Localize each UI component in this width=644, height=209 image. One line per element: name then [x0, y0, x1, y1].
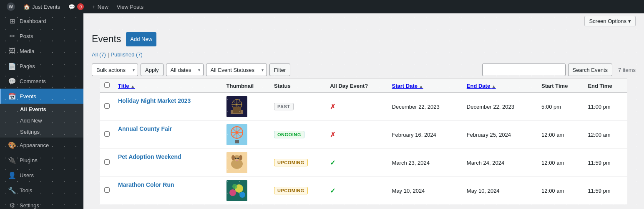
all-day-x: ✗: [330, 103, 335, 110]
search-events-button[interactable]: Search Events: [568, 64, 613, 76]
view-posts-button[interactable]: View Posts: [113, 0, 147, 13]
sidebar-item-label: Users: [20, 172, 34, 178]
apply-button[interactable]: Apply: [141, 64, 164, 76]
sidebar-item-label: Plugins: [20, 157, 38, 163]
sidebar-item-events[interactable]: 📅 Events: [0, 89, 83, 104]
sidebar-subitem-settings[interactable]: Settings: [0, 126, 83, 138]
table-row: Annual County Fair ONGOING ✗ February 16…: [100, 121, 627, 149]
row-checkbox[interactable]: [104, 187, 110, 193]
settings-icon: ⚙: [8, 201, 16, 209]
comments-button[interactable]: 💬 0: [65, 0, 87, 13]
svg-point-20: [239, 155, 242, 160]
event-title-link[interactable]: Marathon Color Run: [118, 181, 174, 188]
home-icon: 🏠: [23, 4, 30, 10]
all-day-cell: ✗: [326, 93, 387, 121]
sidebar-subitem-all-events[interactable]: All Events: [0, 104, 83, 115]
end-date-cell: March 24, 2024: [463, 149, 537, 177]
status-cell: ONGOING: [270, 121, 326, 149]
site-name-label: Just Events: [32, 4, 60, 10]
thumbnail-cell: [222, 93, 270, 121]
events-icon: 📅: [8, 92, 16, 100]
start-date-sort-link[interactable]: Start Date ▲: [392, 83, 423, 89]
table-wrap: Title ▲ Thumbnail Status All Day Event? …: [83, 79, 644, 205]
wp-logo-button[interactable]: W: [3, 0, 18, 13]
svg-point-26: [229, 189, 236, 196]
end-time-cell: 11:59 pm: [584, 177, 627, 205]
wp-logo-icon: W: [7, 3, 15, 11]
screen-options-bar: Screen Options ▾: [83, 13, 644, 29]
screen-options-button[interactable]: Screen Options ▾: [584, 16, 636, 26]
sidebar-item-label: Dashboard: [20, 18, 46, 24]
events-table-body: Holiday Night Market 2023 PAST ✗ Decembe…: [100, 93, 627, 205]
thumbnail-cell: [222, 149, 270, 177]
col-status: Status: [270, 79, 326, 93]
sidebar-item-pages[interactable]: 📄 Pages: [0, 59, 83, 74]
sidebar-item-plugins[interactable]: 🔌 Plugins: [0, 153, 83, 168]
title-sort-icon: ▲: [131, 84, 135, 89]
sidebar-subitem-add-new[interactable]: Add New: [0, 115, 83, 126]
tools-icon: 🔧: [8, 186, 16, 194]
row-checkbox[interactable]: [104, 131, 110, 137]
site-name-button[interactable]: 🏠 Just Events: [20, 0, 63, 13]
event-title-link[interactable]: Pet Adoption Weekend: [118, 153, 181, 160]
sidebar-item-appearance[interactable]: 🎨 Appearance: [0, 138, 83, 153]
svg-point-19: [231, 155, 235, 160]
sidebar-item-media[interactable]: 🖼 Media: [0, 43, 83, 59]
svg-point-29: [232, 184, 237, 189]
end-date-cell: May 10, 2024: [463, 177, 537, 205]
status-cell: UPCOMING: [270, 177, 326, 205]
sidebar: ⊞ Dashboard ✏ Posts 🖼 Media 📄 Pages 💬 Co…: [0, 13, 83, 209]
all-day-check: ✓: [330, 187, 335, 194]
screen-options-label: Screen Options: [589, 18, 626, 24]
sidebar-item-label: Appearance: [20, 142, 49, 148]
sidebar-item-settings[interactable]: ⚙ Settings: [0, 198, 83, 209]
add-new-button[interactable]: Add New: [126, 32, 156, 46]
users-icon: 👤: [8, 171, 16, 179]
svg-rect-15: [235, 140, 239, 143]
row-checkbox[interactable]: [104, 103, 110, 109]
bulk-actions-wrap: Bulk actions ▾: [92, 64, 138, 76]
sidebar-menu: ⊞ Dashboard ✏ Posts 🖼 Media 📄 Pages 💬 Co…: [0, 13, 83, 209]
tablenav-left: Bulk actions ▾ Apply All dates ▾ All Eve…: [92, 64, 290, 76]
bulk-actions-select[interactable]: Bulk actions: [92, 64, 138, 76]
sidebar-item-label: Pages: [20, 63, 35, 69]
sidebar-item-users[interactable]: 👤 Users: [0, 168, 83, 183]
dashboard-icon: ⊞: [8, 17, 16, 25]
svg-point-28: [239, 192, 245, 198]
thumbnail-cell: [222, 177, 270, 205]
sidebar-item-label: Tools: [20, 187, 32, 194]
select-all-checkbox[interactable]: [104, 82, 110, 88]
sidebar-item-comments[interactable]: 💬 Comments: [0, 74, 83, 89]
all-day-cell: ✓: [326, 177, 387, 205]
end-date-sort-link[interactable]: End Date ▲: [467, 83, 496, 89]
all-day-x: ✗: [330, 131, 335, 138]
row-checkbox[interactable]: [104, 159, 110, 165]
media-icon: 🖼: [8, 47, 16, 55]
search-input[interactable]: [482, 64, 566, 76]
event-title-link[interactable]: Holiday Night Market 2023: [118, 97, 191, 104]
all-statuses-select[interactable]: All Event Statuses: [206, 64, 267, 76]
event-title-cell: Holiday Night Market 2023: [114, 93, 222, 121]
sidebar-item-dashboard[interactable]: ⊞ Dashboard: [0, 13, 83, 28]
title-sort-link[interactable]: Title ▲: [118, 83, 135, 89]
all-dates-select[interactable]: All dates: [166, 64, 204, 76]
new-button[interactable]: + New: [89, 0, 112, 13]
end-time-cell: 11:00 pm: [584, 93, 627, 121]
filter-button[interactable]: Filter: [269, 64, 291, 76]
start-time-cell: 5:00 pm: [537, 93, 584, 121]
all-dates-wrap: All dates ▾: [166, 64, 204, 76]
tablenav-right: Search Events 7 items: [482, 64, 636, 76]
row-checkbox-cell: [100, 93, 114, 121]
sidebar-item-tools[interactable]: 🔧 Tools: [0, 183, 83, 198]
row-checkbox-cell: [100, 121, 114, 149]
tablenav-top: Bulk actions ▾ Apply All dates ▾ All Eve…: [83, 61, 644, 79]
all-day-cell: ✓: [326, 149, 387, 177]
sidebar-item-posts[interactable]: ✏ Posts: [0, 28, 83, 43]
end-date-cell: December 22, 2023: [463, 93, 537, 121]
all-link[interactable]: All (7): [92, 51, 106, 58]
event-title-link[interactable]: Annual County Fair: [118, 125, 172, 132]
all-statuses-wrap: All Event Statuses ▾: [206, 64, 267, 76]
end-time-cell: 12:00 am: [584, 121, 627, 149]
published-link[interactable]: Published (7): [111, 51, 143, 58]
table-row: Marathon Color Run UPCOMING ✓ May 10, 20…: [100, 177, 627, 205]
